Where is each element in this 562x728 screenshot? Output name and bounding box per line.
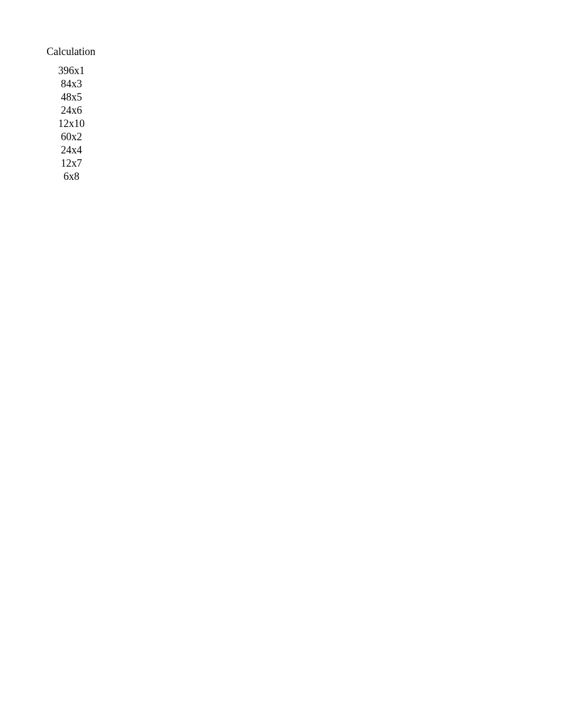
calculation-list: 396x1 84x3 48x5 24x6 12x10 60x2 24x4 12x… xyxy=(47,64,96,183)
list-item: 6x8 xyxy=(64,170,79,183)
calculation-block: Calculation 396x1 84x3 48x5 24x6 12x10 6… xyxy=(47,46,96,183)
list-item: 396x1 xyxy=(58,64,85,77)
list-item: 24x6 xyxy=(61,104,82,117)
list-item: 12x10 xyxy=(58,117,85,130)
list-item: 60x2 xyxy=(61,130,82,143)
list-item: 12x7 xyxy=(61,157,82,170)
list-item: 84x3 xyxy=(61,77,82,90)
header-label: Calculation xyxy=(47,46,96,58)
list-item: 48x5 xyxy=(61,90,82,104)
list-item: 24x4 xyxy=(61,143,82,157)
